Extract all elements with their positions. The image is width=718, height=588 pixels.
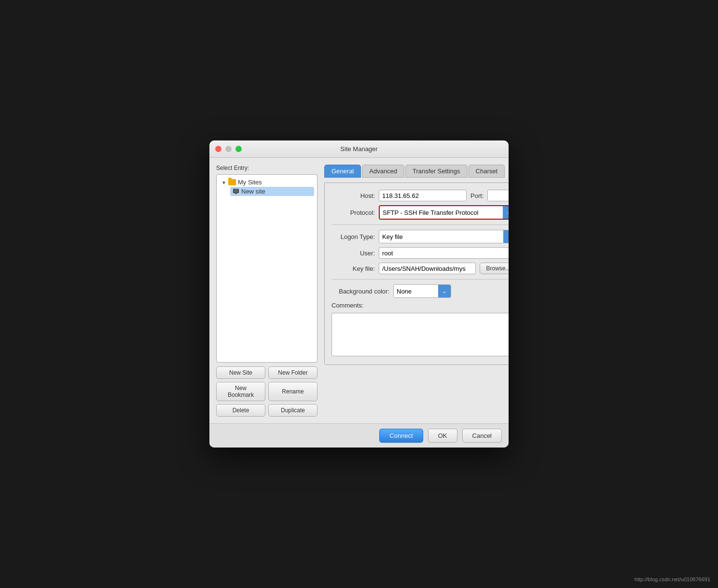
host-port-row: Host: Port: bbox=[331, 190, 509, 201]
main-layout: Select Entry: ▼ My Sites bbox=[216, 165, 502, 417]
tab-content-general: Host: Port: Protocol: SFTP - SSH File Tr bbox=[324, 182, 509, 365]
watermark: http://blog.csdn.net/u010876691 bbox=[635, 576, 710, 582]
key-file-input[interactable] bbox=[379, 263, 476, 274]
titlebar: Site Manager bbox=[209, 140, 509, 158]
delete-button[interactable]: Delete bbox=[216, 404, 265, 417]
host-label: Host: bbox=[331, 192, 375, 199]
my-sites-label: My Sites bbox=[238, 179, 262, 186]
tab-transfer-settings[interactable]: Transfer Settings bbox=[405, 165, 468, 178]
logon-type-wrapper: Key file Normal Anonymous Interactive ⌄ bbox=[379, 230, 509, 243]
protocol-select-wrapper: SFTP - SSH File Transfer Protocol FTP - … bbox=[379, 205, 509, 220]
logon-type-label: Logon Type: bbox=[331, 233, 375, 240]
tab-advanced[interactable]: Advanced bbox=[362, 165, 404, 178]
user-input[interactable] bbox=[379, 247, 509, 259]
site-computer-icon bbox=[233, 189, 239, 195]
bg-color-chevron-icon[interactable]: ⌄ bbox=[438, 285, 451, 297]
user-row: User: bbox=[331, 247, 509, 259]
separator-2 bbox=[331, 279, 509, 280]
new-site-item[interactable]: New site bbox=[230, 187, 314, 196]
rename-button[interactable]: Rename bbox=[268, 382, 318, 401]
logon-type-chevron-icon[interactable]: ⌄ bbox=[503, 230, 509, 243]
new-site-label: New site bbox=[241, 188, 265, 195]
close-button[interactable] bbox=[215, 146, 221, 152]
user-label: User: bbox=[331, 250, 375, 257]
folder-icon bbox=[228, 179, 236, 185]
protocol-label: Protocol: bbox=[331, 209, 375, 216]
port-label: Port: bbox=[470, 192, 483, 199]
tree-arrow-icon: ▼ bbox=[221, 180, 226, 185]
window-footer: Connect OK Cancel bbox=[209, 423, 509, 448]
logon-type-select[interactable]: Key file Normal Anonymous Interactive bbox=[379, 231, 503, 242]
window-body: Select Entry: ▼ My Sites bbox=[209, 158, 509, 423]
comments-label: Comments: bbox=[331, 302, 509, 309]
comments-section: Comments: bbox=[331, 302, 509, 358]
new-folder-button[interactable]: New Folder bbox=[268, 366, 318, 379]
maximize-button[interactable] bbox=[235, 146, 242, 152]
bg-color-label: Background color: bbox=[331, 288, 389, 295]
browse-button[interactable]: Browse... bbox=[480, 263, 509, 274]
protocol-row: Protocol: SFTP - SSH File Transfer Proto… bbox=[331, 205, 509, 220]
tab-charset[interactable]: Charset bbox=[469, 165, 505, 178]
key-file-row: Key file: Browse... bbox=[331, 263, 509, 274]
ok-button[interactable]: OK bbox=[428, 429, 457, 443]
bottom-buttons: New Site New Folder New Bookmark Rename … bbox=[216, 366, 318, 417]
duplicate-button[interactable]: Duplicate bbox=[268, 404, 318, 417]
protocol-chevron-icon[interactable]: ⌄ bbox=[503, 206, 509, 219]
right-panel: General Advanced Transfer Settings Chars… bbox=[324, 165, 509, 417]
window-title: Site Manager bbox=[340, 145, 377, 153]
tree-children: New site bbox=[220, 187, 314, 196]
tab-general[interactable]: General bbox=[324, 165, 361, 178]
host-input[interactable] bbox=[379, 190, 467, 201]
window-controls bbox=[215, 146, 242, 152]
protocol-select[interactable]: SFTP - SSH File Transfer Protocol FTP - … bbox=[380, 206, 503, 219]
tabs: General Advanced Transfer Settings Chars… bbox=[324, 165, 509, 178]
svg-rect-1 bbox=[234, 189, 238, 192]
site-tree[interactable]: ▼ My Sites bbox=[216, 174, 318, 363]
minimize-button[interactable] bbox=[225, 146, 232, 152]
site-manager-window: Site Manager Select Entry: ▼ My Sites bbox=[209, 140, 509, 448]
new-bookmark-button[interactable]: New Bookmark bbox=[216, 382, 265, 401]
new-site-button[interactable]: New Site bbox=[216, 366, 265, 379]
key-file-label: Key file: bbox=[331, 265, 375, 272]
bg-color-row: Background color: None Red Green Blue ⌄ bbox=[331, 284, 509, 298]
port-input[interactable] bbox=[487, 190, 509, 201]
bg-color-select[interactable]: None Red Green Blue bbox=[394, 285, 438, 297]
my-sites-folder[interactable]: ▼ My Sites bbox=[220, 178, 314, 187]
comments-textarea[interactable] bbox=[331, 313, 509, 356]
separator-1 bbox=[331, 224, 509, 225]
cancel-button[interactable]: Cancel bbox=[462, 429, 502, 443]
left-panel: Select Entry: ▼ My Sites bbox=[216, 165, 318, 417]
connect-button[interactable]: Connect bbox=[379, 429, 423, 443]
select-entry-label: Select Entry: bbox=[216, 165, 318, 171]
logon-type-row: Logon Type: Key file Normal Anonymous In… bbox=[331, 230, 509, 243]
svg-point-3 bbox=[235, 192, 236, 193]
svg-rect-2 bbox=[235, 193, 237, 194]
bg-color-wrapper: None Red Green Blue ⌄ bbox=[393, 284, 451, 298]
